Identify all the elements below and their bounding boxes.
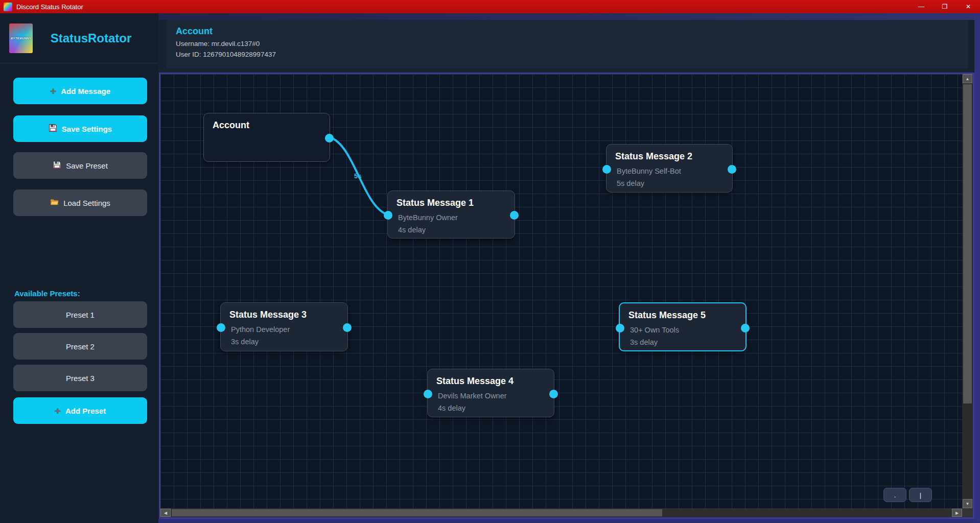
save-preset-button[interactable]: Save Preset — [13, 152, 147, 179]
add-message-label: Add Message — [61, 87, 110, 96]
node-subtitle: ByteBunny Owner — [398, 213, 515, 222]
node-delay: 3s delay — [630, 338, 745, 346]
window-controls: — ❐ ✕ — [909, 0, 980, 13]
minimize-button[interactable]: — — [909, 0, 933, 13]
output-port[interactable] — [728, 165, 736, 174]
load-settings-button[interactable]: Load Settings — [13, 189, 147, 216]
maximize-button[interactable]: ❐ — [933, 0, 956, 13]
scroll-up-icon[interactable]: ▲ — [963, 74, 972, 83]
edge-delay-label: 5s — [354, 172, 361, 180]
input-port[interactable] — [384, 211, 392, 220]
scroll-right-icon[interactable]: ▶ — [952, 509, 962, 517]
node-title: Status Message 3 — [221, 303, 347, 320]
scroll-down-icon[interactable]: ▼ — [963, 499, 972, 508]
canvas-mini-button-2[interactable]: | — [909, 488, 932, 502]
node-subtitle: ByteBunny Self-Bot — [617, 167, 732, 175]
window-title: Discord Status Rotator — [16, 3, 83, 11]
node-subtitle: Devils Market Owner — [438, 392, 554, 400]
vertical-scroll-thumb[interactable] — [963, 84, 972, 403]
node-title: Status Message 4 — [428, 369, 554, 387]
node-status-message-5[interactable]: Status Message 530+ Own Tools3s delay — [619, 302, 746, 351]
node-delay: 4s delay — [438, 404, 554, 412]
node-status-message-3[interactable]: Status Message 3Python Developer3s delay — [220, 302, 348, 351]
canvas-grid[interactable]: AccountStatus Message 1ByteBunny Owner4s… — [160, 74, 973, 517]
node-status-message-4[interactable]: Status Message 4Devils Market Owner4s de… — [427, 369, 554, 417]
floppy-icon — [53, 160, 61, 171]
input-port[interactable] — [424, 390, 432, 398]
save-settings-button[interactable]: Save Settings — [13, 115, 147, 142]
node-title: Status Message 5 — [620, 303, 745, 321]
node-status-message-2[interactable]: Status Message 2ByteBunny Self-Bot5s del… — [606, 144, 733, 193]
account-title: Account — [176, 26, 959, 37]
input-port[interactable] — [616, 324, 624, 332]
output-port[interactable] — [325, 134, 334, 142]
add-preset-button[interactable]: + Add Preset — [13, 397, 147, 424]
add-preset-label: Add Preset — [65, 407, 106, 415]
node-content: Status Message 4Devils Market Owner4s de… — [428, 369, 554, 417]
sidebar-header: BYTEBUNNY StatusRotator — [0, 13, 158, 63]
horizontal-scroll-thumb[interactable] — [172, 509, 662, 516]
sidebar-buttons: + Add Message Save Settings Save Preset … — [0, 63, 158, 523]
output-port[interactable] — [741, 324, 750, 332]
node-delay: 3s delay — [231, 338, 347, 346]
account-header-panel: Account Username: mr.devil.c137#0 User I… — [167, 20, 968, 68]
node-delay: 5s delay — [617, 179, 732, 187]
node-title: Status Message 2 — [606, 145, 732, 162]
preset-button-1[interactable]: Preset 1 — [13, 301, 147, 328]
node-content: Status Message 1ByteBunny Owner4s delay — [388, 191, 515, 238]
app-name: StatusRotator — [33, 31, 149, 45]
scrollbar-corner — [962, 508, 973, 517]
node-content: Status Message 530+ Own Tools3s delay — [620, 303, 745, 350]
vertical-scrollbar[interactable]: ▲ ▼ — [962, 74, 973, 508]
input-port[interactable] — [217, 323, 225, 332]
titlebar: Discord Status Rotator — ❐ ✕ — [0, 0, 980, 13]
node-content: Status Message 3Python Developer3s delay — [221, 303, 347, 351]
account-user-id: User ID: 1267901048928997437 — [176, 51, 959, 58]
sidebar: BYTEBUNNY StatusRotator + Add Message Sa… — [0, 13, 158, 523]
preset-button-3[interactable]: Preset 3 — [13, 365, 147, 391]
load-settings-label: Load Settings — [63, 199, 110, 207]
main-area: Account Username: mr.devil.c137#0 User I… — [158, 13, 980, 523]
node-account[interactable]: Account — [203, 113, 330, 162]
app-window: Discord Status Rotator — ❐ ✕ BYTEBUNNY S… — [0, 0, 980, 523]
node-editor-canvas[interactable]: AccountStatus Message 1ByteBunny Owner4s… — [159, 73, 974, 519]
node-content: Account — [204, 113, 330, 161]
floppy-icon — [49, 124, 57, 134]
scroll-left-icon[interactable]: ◀ — [160, 509, 171, 517]
node-subtitle: Python Developer — [231, 325, 347, 334]
node-title: Account — [204, 113, 330, 131]
save-preset-label: Save Preset — [66, 161, 108, 170]
preset-button-2[interactable]: Preset 2 — [13, 333, 147, 360]
app-logo-text: BYTEBUNNY — [11, 37, 31, 40]
app-icon — [4, 3, 12, 11]
app-logo: BYTEBUNNY — [9, 23, 33, 53]
node-delay: 4s delay — [398, 226, 515, 234]
output-port[interactable] — [549, 390, 558, 398]
close-button[interactable]: ✕ — [956, 0, 980, 13]
folder-icon — [50, 198, 59, 208]
node-subtitle: 30+ Own Tools — [630, 326, 745, 334]
output-port[interactable] — [343, 323, 352, 332]
canvas-mini-button-1[interactable]: . — [883, 488, 906, 502]
nodes-layer: AccountStatus Message 1ByteBunny Owner4s… — [160, 74, 973, 517]
node-content: Status Message 2ByteBunny Self-Bot5s del… — [606, 145, 732, 192]
plus-icon: + — [55, 406, 61, 416]
accent-strip — [158, 13, 974, 20]
node-status-message-1[interactable]: Status Message 1ByteBunny Owner4s delay — [387, 191, 515, 239]
presets-heading: Available Presets: — [14, 289, 80, 298]
add-message-button[interactable]: + Add Message — [13, 78, 147, 104]
input-port[interactable] — [602, 165, 611, 174]
horizontal-scrollbar[interactable]: ◀ ▶ — [160, 508, 962, 517]
account-username: Username: mr.devil.c137#0 — [176, 40, 959, 47]
save-settings-label: Save Settings — [62, 125, 112, 133]
plus-icon: + — [50, 86, 56, 97]
output-port[interactable] — [510, 211, 519, 220]
node-title: Status Message 1 — [388, 191, 515, 208]
